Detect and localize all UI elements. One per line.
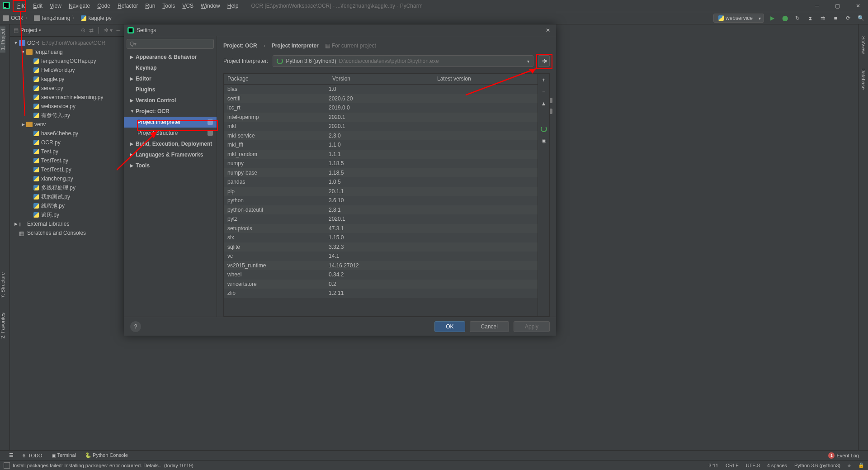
structure-tool-tab[interactable]: 7: Structure	[0, 270, 5, 301]
settings-project-structure[interactable]: Project Structure	[124, 128, 217, 138]
tree-item[interactable]: OCR.py	[10, 138, 124, 147]
package-row[interactable]: numpy-base1.18.5	[224, 168, 538, 178]
terminal-tab[interactable]: ▣ Terminal	[52, 452, 76, 458]
package-row[interactable]: python3.6.10	[224, 196, 538, 205]
memory-indicator-icon[interactable]: 🔒	[858, 462, 864, 468]
settings-project[interactable]: ▼Project: OCR	[124, 106, 217, 117]
header-package[interactable]: Package	[224, 74, 329, 84]
package-row[interactable]: pytz2020.1	[224, 214, 538, 224]
profile-button[interactable]: ⧗	[806, 14, 815, 23]
maximize-button[interactable]: ▢	[827, 0, 848, 12]
show-early-releases-button[interactable]: ◉	[539, 136, 548, 145]
menu-file[interactable]: File	[14, 1, 29, 11]
header-version[interactable]: Version	[329, 74, 434, 84]
menu-vcs[interactable]: VCS	[179, 1, 197, 11]
package-row[interactable]: mkl_fft1.1.0	[224, 140, 538, 150]
settings-languages[interactable]: ▶Languages & Frameworks	[124, 149, 217, 160]
menu-refactor[interactable]: Refactor	[114, 1, 142, 11]
tree-item[interactable]: 多线程处理.py	[10, 183, 124, 192]
tree-item[interactable]: base64hehe.py	[10, 129, 124, 138]
add-package-button[interactable]: +	[539, 76, 548, 85]
package-row[interactable]: blas1.0	[224, 85, 538, 94]
settings-appearance[interactable]: ▶Appearance & Behavior	[124, 52, 217, 62]
package-row[interactable]: wheel0.34.2	[224, 270, 538, 280]
menu-run[interactable]: Run	[142, 1, 159, 11]
package-row[interactable]: zlib1.2.11	[224, 289, 538, 298]
database-tool-tab[interactable]: Database	[861, 66, 866, 92]
settings-build[interactable]: ▶Build, Execution, Deployment	[124, 138, 217, 149]
interpreter-settings-button[interactable]	[538, 55, 550, 67]
tree-item[interactable]: servermachinelearning.py	[10, 93, 124, 102]
indent-info[interactable]: 4 spaces	[767, 463, 787, 468]
menu-edit[interactable]: Edit	[29, 1, 46, 11]
remove-package-button[interactable]: −	[539, 87, 548, 96]
package-row[interactable]: numpy1.18.5	[224, 159, 538, 168]
locate-icon[interactable]: ⊙	[81, 27, 85, 33]
package-row[interactable]: mkl2020.1	[224, 122, 538, 131]
sciview-tool-tab[interactable]: SciView	[861, 33, 866, 57]
breadcrumb-folder[interactable]: fengzhuang〉	[34, 14, 80, 22]
package-row[interactable]: six1.15.0	[224, 233, 538, 242]
package-row[interactable]: setuptools47.3.1	[224, 224, 538, 233]
tree-item[interactable]: kaggle.py	[10, 75, 124, 84]
settings-icon[interactable]: ✼ ▾	[104, 27, 113, 33]
tree-item[interactable]: ▼OCRE:\pythonWorkspace\OCR	[10, 38, 124, 47]
close-button[interactable]: ✕	[848, 0, 868, 12]
dialog-close-button[interactable]: ✕	[543, 27, 552, 33]
project-tool-tab[interactable]: 1: Project	[0, 26, 5, 52]
tree-item[interactable]: HelloWorld.py	[10, 66, 124, 75]
line-separator[interactable]: CRLF	[726, 463, 739, 468]
menu-window[interactable]: Window	[197, 1, 224, 11]
tree-item[interactable]: ▶⫴External Libraries	[10, 219, 124, 228]
bottom-tabs-icon[interactable]: ☰	[9, 452, 14, 458]
package-row[interactable]: vc14.1	[224, 252, 538, 261]
package-row[interactable]: mkl_random1.1.1	[224, 150, 538, 159]
caret-position[interactable]: 3:11	[709, 463, 718, 468]
tree-item[interactable]: ▶venv	[10, 120, 124, 129]
header-latest[interactable]: Latest version	[434, 74, 538, 84]
ide-status-icon[interactable]: ⎆	[848, 463, 851, 468]
python-console-tab[interactable]: 🐍 Python Console	[85, 452, 128, 458]
run-configuration-select[interactable]: webservice	[713, 14, 764, 23]
package-row[interactable]: vs2015_runtime14.16.27012	[224, 261, 538, 271]
settings-crumb-project[interactable]: Project: OCR	[223, 43, 257, 49]
collapse-icon[interactable]: │	[97, 27, 101, 33]
tree-item[interactable]: Test.py	[10, 147, 124, 156]
todo-tab[interactable]: 6: TODO	[23, 453, 42, 458]
event-log-tab[interactable]: 1Event Log	[828, 452, 859, 459]
package-rows[interactable]: blas1.0certifi2020.6.20icc_rt2019.0.0int…	[224, 85, 538, 298]
tree-item[interactable]: ▦Scratches and Consoles	[10, 228, 124, 237]
settings-search-input[interactable]: Q▾	[127, 39, 214, 49]
expand-icon[interactable]: ⇄	[89, 27, 94, 33]
breadcrumb-root[interactable]: OCR〉	[3, 14, 32, 22]
package-row[interactable]: python-dateutil2.8.1	[224, 205, 538, 215]
status-message[interactable]: Install packages failed: Installing pack…	[13, 463, 193, 468]
run-with-coverage-button[interactable]: ↻	[793, 14, 802, 23]
tree-item[interactable]: TestTest.py	[10, 156, 124, 165]
run-button[interactable]: ▶	[768, 14, 777, 23]
help-button[interactable]: ?	[130, 321, 141, 332]
ok-button[interactable]: OK	[434, 321, 465, 332]
tree-item[interactable]: TestTest1.py	[10, 165, 124, 174]
menu-code[interactable]: Code	[94, 1, 114, 11]
tree-item[interactable]: ▼fengzhuang	[10, 47, 124, 57]
settings-editor[interactable]: ▶Editor	[124, 73, 217, 84]
settings-plugins[interactable]: Plugins	[124, 84, 217, 95]
python-interpreter-status[interactable]: Python 3.6 (python3)	[794, 463, 840, 468]
favorites-tool-tab[interactable]: 2: Favorites	[0, 310, 5, 341]
package-row[interactable]: pandas1.0.5	[224, 177, 538, 187]
interpreter-select[interactable]: Python 3.6 (python3) D:\conda\conda\envs…	[273, 55, 533, 67]
cancel-button[interactable]: Cancel	[470, 321, 509, 332]
search-button[interactable]: 🔍	[856, 14, 865, 23]
menu-help[interactable]: Help	[224, 1, 242, 11]
settings-project-interpreter[interactable]: Project Interpreter	[124, 117, 217, 128]
file-encoding[interactable]: UTF-8	[746, 463, 760, 468]
attach-button[interactable]: ⇉	[818, 14, 827, 23]
debug-button[interactable]: ⬤	[780, 14, 789, 23]
tree-item[interactable]: xiancheng.py	[10, 174, 124, 183]
package-row[interactable]: intel-openmp2020.1	[224, 113, 538, 122]
status-window-icon[interactable]	[4, 462, 10, 469]
package-row[interactable]: sqlite3.32.3	[224, 242, 538, 252]
settings-vcs[interactable]: ▶Version Control	[124, 95, 217, 106]
project-tree[interactable]: ▼OCRE:\pythonWorkspace\OCR▼fengzhuangfen…	[10, 37, 124, 239]
